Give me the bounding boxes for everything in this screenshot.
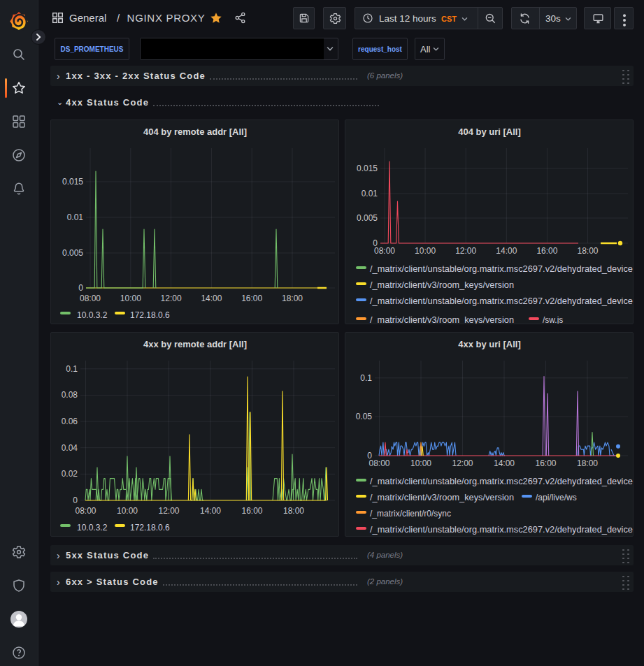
svg-text:18:00: 18:00 — [283, 506, 304, 516]
svg-text:0.06: 0.06 — [62, 417, 78, 426]
svg-text:0.04: 0.04 — [62, 443, 78, 453]
svg-text:/sw.js: /sw.js — [543, 315, 563, 324]
svg-text:10:00: 10:00 — [415, 246, 436, 256]
svg-text:404 by uri [All]: 404 by uri [All] — [458, 126, 521, 137]
svg-text:/_matrix/client/unstable/org.m: /_matrix/client/unstable/org.matrix.msc2… — [370, 477, 633, 486]
svg-text:404 by remote addr [All]: 404 by remote addr [All] — [143, 126, 247, 137]
svg-text:/_matrix/client/unstable/org.m: /_matrix/client/unstable/org.matrix.msc2… — [370, 264, 633, 274]
svg-text:/_matrix/client/unstable/org.m: /_matrix/client/unstable/org.matrix.msc2… — [370, 525, 633, 535]
svg-text:0.05: 0.05 — [356, 412, 373, 421]
svg-text:10:00: 10:00 — [410, 458, 431, 468]
svg-text:14:00: 14:00 — [496, 246, 517, 256]
svg-text:18:00: 18:00 — [282, 294, 303, 303]
svg-text:0: 0 — [78, 283, 83, 293]
svg-text:/api/live/ws: /api/live/ws — [536, 493, 577, 502]
svg-text:08:00: 08:00 — [368, 458, 389, 468]
svg-text:/_matrix/client/unstable/org.m: /_matrix/client/unstable/org.matrix.msc2… — [370, 296, 633, 306]
svg-text:0.01: 0.01 — [362, 189, 378, 198]
svg-text:08:00: 08:00 — [75, 506, 96, 516]
svg-text:16:00: 16:00 — [241, 506, 262, 516]
svg-text:10:00: 10:00 — [120, 294, 141, 303]
svg-text:14:00: 14:00 — [494, 458, 515, 468]
svg-text:10:00: 10:00 — [117, 506, 138, 516]
svg-text:18:00: 18:00 — [577, 246, 598, 256]
svg-text:0.1: 0.1 — [360, 373, 372, 383]
svg-text:08:00: 08:00 — [374, 246, 395, 256]
svg-text:4xx by remote addr [All]: 4xx by remote addr [All] — [143, 339, 247, 349]
svg-text:0.005: 0.005 — [62, 248, 83, 258]
svg-text:172.18.0.6: 172.18.0.6 — [130, 310, 170, 320]
svg-text:0.1: 0.1 — [66, 364, 78, 374]
svg-text:12:00: 12:00 — [161, 294, 182, 303]
svg-text:18:00: 18:00 — [577, 458, 598, 468]
svg-text:16:00: 16:00 — [241, 294, 262, 303]
svg-text:0.015: 0.015 — [357, 164, 378, 173]
svg-text:12:00: 12:00 — [452, 458, 473, 468]
svg-text:/_matrix/client/v3/room_keys/v: /_matrix/client/v3/room_keys/version — [370, 493, 514, 502]
svg-text:10.0.3.2: 10.0.3.2 — [77, 310, 108, 320]
svg-text:12:00: 12:00 — [158, 506, 179, 516]
svg-text:08:00: 08:00 — [80, 294, 101, 303]
svg-text:/_matrix/client/v3/room_keys/v: /_matrix/client/v3/room_keys/version — [370, 315, 514, 324]
svg-text:0.08: 0.08 — [62, 390, 78, 400]
svg-text:0.02: 0.02 — [62, 469, 78, 479]
svg-text:/_matrix/client/v3/room_keys/v: /_matrix/client/v3/room_keys/version — [370, 280, 514, 290]
svg-text:10.0.3.2: 10.0.3.2 — [77, 523, 108, 533]
svg-text:14:00: 14:00 — [201, 294, 222, 303]
svg-text:16:00: 16:00 — [535, 458, 556, 468]
svg-text:0.005: 0.005 — [357, 213, 378, 223]
svg-text:16:00: 16:00 — [536, 246, 557, 256]
svg-text:172.18.0.6: 172.18.0.6 — [130, 523, 170, 533]
svg-text:0: 0 — [73, 495, 78, 505]
svg-text:14:00: 14:00 — [200, 506, 221, 516]
svg-text:0.01: 0.01 — [67, 212, 84, 222]
svg-text:12:00: 12:00 — [455, 246, 476, 256]
svg-text:4xx by uri [All]: 4xx by uri [All] — [458, 339, 521, 349]
svg-text:/_matrix/client/r0/sync: /_matrix/client/r0/sync — [370, 509, 451, 519]
svg-text:0.015: 0.015 — [62, 177, 83, 187]
